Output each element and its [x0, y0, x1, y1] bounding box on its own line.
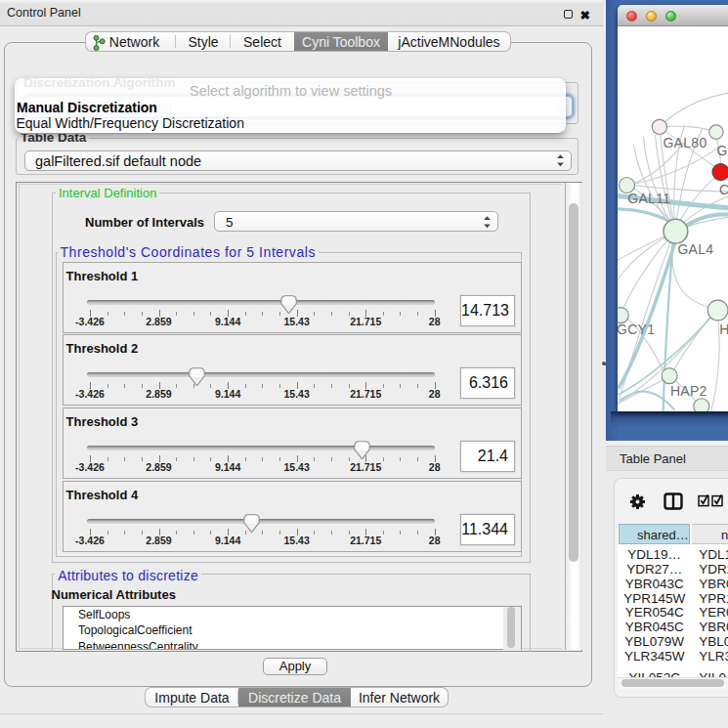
svg-text:HAP2: HAP2 [669, 383, 707, 399]
svg-text:GAL4: GAL4 [677, 241, 713, 257]
svg-text:HA: HA [719, 321, 728, 337]
svg-text:C: C [719, 182, 728, 197]
svg-text:GAL11: GAL11 [627, 191, 670, 206]
svg-text:GA: GA [716, 143, 728, 158]
svg-text:GCY1: GCY1 [618, 321, 655, 337]
svg-text:GAL80: GAL80 [663, 135, 707, 150]
